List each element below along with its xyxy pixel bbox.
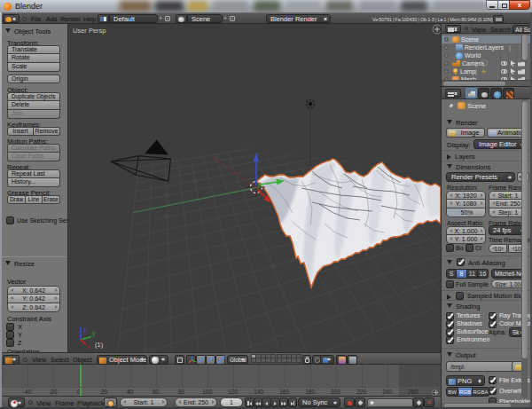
- svg-text:x: x: [87, 343, 90, 350]
- svg-text:y: y: [92, 330, 96, 337]
- svg-text:z: z: [83, 326, 87, 333]
- svg-text:User Persp: User Persp: [73, 27, 106, 35]
- svg-text:(1): (1): [95, 341, 104, 349]
